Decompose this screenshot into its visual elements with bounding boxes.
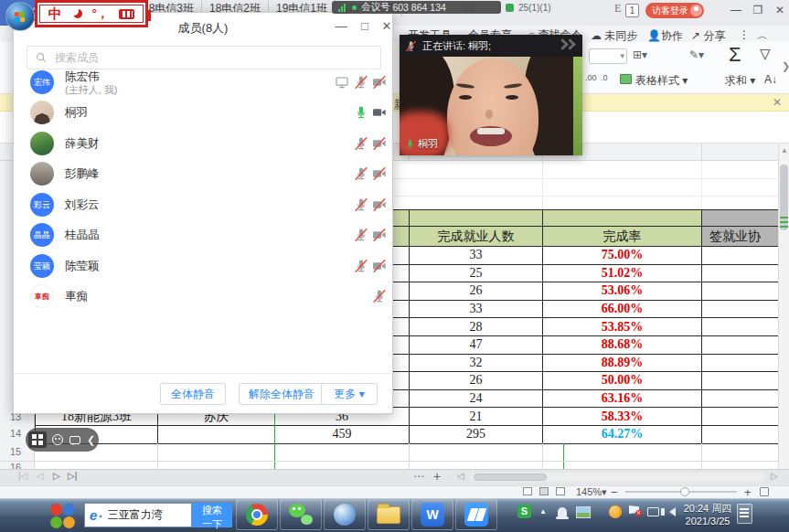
ime-punctuation-indicator[interactable]: °，	[92, 5, 109, 22]
tray-sogou[interactable]: S	[517, 505, 531, 518]
mic-on-icon[interactable]	[354, 105, 368, 120]
reaction-smiley-icon[interactable]	[52, 434, 63, 445]
view-pagebreak-icon[interactable]	[556, 487, 565, 495]
ime-mode-indicator[interactable]: 中	[48, 5, 62, 23]
tab-nav-prev-icon[interactable]: ◁	[37, 471, 44, 481]
ie-search-box[interactable]: e▴	[84, 503, 192, 527]
camera-on-icon[interactable]	[372, 105, 387, 120]
visitor-login-button[interactable]: 访客登录	[645, 3, 704, 18]
zoom-in-icon[interactable]: +	[744, 485, 752, 499]
taskbar-search-widget[interactable]: e▴ 搜索一下	[84, 503, 232, 527]
camera-off-icon[interactable]	[372, 197, 387, 212]
wps-minimize-button[interactable]: —	[728, 2, 744, 18]
taskbar-item-wechat[interactable]	[280, 499, 322, 530]
zoom-dropdown-icon[interactable]: ▾	[602, 486, 607, 498]
mic-off-icon[interactable]	[354, 166, 368, 181]
mic-off-icon[interactable]	[354, 75, 368, 90]
table-style-button[interactable]: 表格样式 ▾	[635, 73, 688, 89]
mic-off-icon[interactable]	[354, 197, 368, 212]
document-tab-label[interactable]: 25(1)(1)	[518, 3, 551, 13]
speaker-video-window[interactable]: 正在讲话: 桐羽; 桐羽	[400, 35, 582, 155]
chat-bubble-icon[interactable]	[69, 436, 80, 444]
collapse-arrow-icon[interactable]: ❮	[87, 434, 95, 446]
tray-bell[interactable]	[558, 507, 567, 516]
meeting-info-pill[interactable]: 会议号 603 864 134	[332, 1, 501, 14]
more-button[interactable]: 更多 ▾	[321, 383, 378, 405]
zoom-level[interactable]: 145%	[576, 486, 602, 497]
user-count-badge[interactable]: 1	[625, 4, 639, 17]
more-menu-icon[interactable]: ⋮	[739, 28, 750, 41]
ime-status-bar[interactable]: 中 °，	[35, 0, 148, 27]
tray-security[interactable]	[609, 505, 622, 518]
wps-restore-button[interactable]: ❐	[750, 2, 766, 18]
meeting-floating-widget[interactable]: ❮	[26, 428, 99, 452]
ime-softkeyboard-icon[interactable]	[119, 9, 134, 19]
sum-button[interactable]: 求和 ▾	[725, 73, 755, 89]
tab-nav-next-icon[interactable]: ▷	[53, 471, 60, 481]
notification-close-icon[interactable]: ✕	[773, 96, 782, 109]
mic-off-icon[interactable]	[354, 259, 368, 273]
taskbar-item-explorer[interactable]	[368, 499, 410, 530]
panel-maximize-button[interactable]: □	[356, 18, 374, 35]
column-letter-e[interactable]: E	[614, 2, 621, 16]
tray-volume[interactable]	[665, 507, 676, 516]
panel-close-button[interactable]: ✕	[378, 18, 396, 35]
borders-icon[interactable]: ⊞▾	[633, 48, 647, 61]
zoom-out-icon[interactable]: −	[611, 485, 618, 499]
number-format-combo[interactable]: ▾	[589, 48, 627, 64]
fullscreen-icon[interactable]	[760, 487, 769, 496]
format-painter-icon[interactable]: ✎▾	[689, 48, 704, 61]
panel-minimize-button[interactable]: —	[332, 18, 350, 35]
start-button[interactable]	[5, 2, 35, 31]
hscroll-right-icon[interactable]: ▷	[771, 471, 778, 481]
ribbon-expand-icon[interactable]: ❯	[782, 60, 789, 72]
notification-list-icon[interactable]	[737, 504, 752, 524]
sheet-tab-more-icon[interactable]: ⋯	[413, 470, 424, 483]
camera-off-icon[interactable]	[372, 136, 387, 151]
camera-off-icon[interactable]	[372, 75, 387, 90]
tray-expand-icon[interactable]: ▲	[539, 507, 547, 516]
view-pagelayout-icon[interactable]	[539, 487, 549, 495]
dropdown-caret-icon[interactable]: ▴	[99, 512, 102, 519]
camera-off-icon[interactable]	[372, 228, 387, 242]
mic-off-icon[interactable]	[354, 228, 368, 242]
tray-action-center[interactable]: ✕	[629, 505, 645, 514]
taskbar-clock[interactable]: 20:24 周四 2021/3/25	[682, 502, 733, 527]
autosum-icon[interactable]: Σ	[729, 43, 741, 67]
taskbar-item-browser[interactable]	[324, 499, 366, 530]
camera-off-icon[interactable]	[372, 259, 387, 273]
tray-network[interactable]	[647, 507, 659, 516]
decimal-increase-icon[interactable]: .00	[585, 73, 597, 82]
mic-off-icon[interactable]	[354, 136, 368, 151]
apps-grid-icon[interactable]	[28, 431, 47, 448]
filter-icon[interactable]: ▽	[760, 46, 771, 62]
ime-halfwidth-moon-icon[interactable]	[69, 6, 79, 16]
decimal-decrease-icon[interactable]: .0	[601, 73, 608, 82]
tab-nav-last-icon[interactable]: ▷|	[68, 471, 77, 481]
scroll-up-icon[interactable]: ▲	[781, 146, 788, 154]
member-search-box[interactable]	[27, 46, 381, 69]
tab-nav-first-icon[interactable]: |◁	[18, 471, 27, 481]
taskbar-item-wps[interactable]: W	[411, 499, 453, 530]
row-number[interactable]: 15	[0, 446, 31, 457]
taskbar-item-meeting[interactable]	[455, 499, 497, 530]
screen-share-icon[interactable]	[335, 75, 349, 90]
hscroll-left-icon[interactable]: ◁	[457, 471, 464, 481]
zoom-slider-handle[interactable]	[680, 487, 689, 496]
member-search-input[interactable]	[53, 50, 355, 65]
taskbar-item-chrome[interactable]	[236, 499, 278, 530]
tray-picture[interactable]	[576, 506, 591, 518]
app-icon-colorballs[interactable]	[49, 503, 75, 528]
view-normal-icon[interactable]	[523, 487, 532, 495]
camera-off-icon[interactable]	[372, 166, 387, 181]
mute-all-button[interactable]: 全体静音	[160, 383, 226, 405]
unmute-all-button[interactable]: 解除全体静音	[239, 383, 325, 405]
search-go-button[interactable]: 搜索一下	[192, 503, 232, 527]
wps-close-button[interactable]: ✕	[772, 2, 788, 18]
sort-asc-icon[interactable]: A↓	[764, 73, 777, 86]
horizontal-scrollbar-thumb[interactable]	[474, 473, 547, 481]
mic-off-icon[interactable]	[372, 289, 387, 303]
vertical-scrollbar[interactable]: ▲	[778, 144, 789, 469]
add-sheet-icon[interactable]: +	[433, 469, 441, 484]
taskbar-search-input[interactable]	[106, 508, 177, 523]
